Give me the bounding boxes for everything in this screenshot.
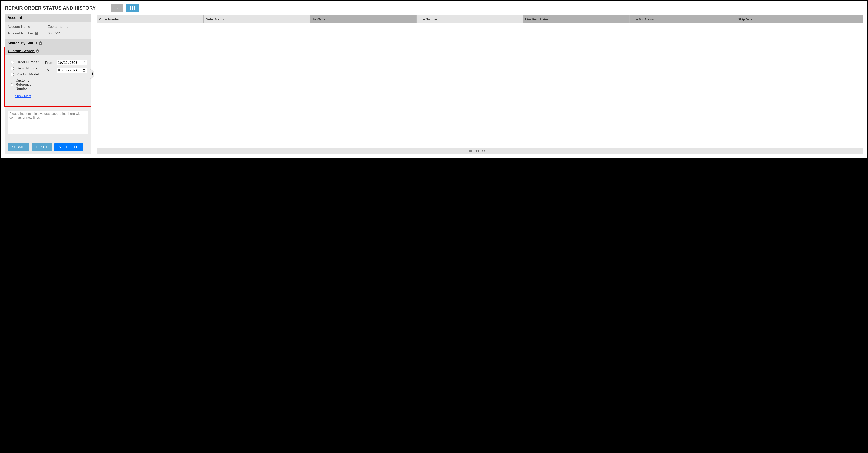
reset-button[interactable]: RESET xyxy=(32,143,52,151)
need-help-button[interactable]: NEED HELP xyxy=(54,143,83,151)
account-number-label: Account Number i xyxy=(7,31,48,35)
radio-column: Order Number Serial Number Product Model xyxy=(10,60,42,98)
multi-values-input[interactable] xyxy=(7,111,88,134)
info-icon[interactable]: i xyxy=(34,32,38,35)
radio-product-model-label: Product Model xyxy=(17,73,39,77)
col-ship-date[interactable]: Ship Date xyxy=(736,15,863,23)
sidebar: Account Account Name Zebra Internal Acco… xyxy=(5,14,91,154)
radio-product-model-input[interactable] xyxy=(10,73,14,76)
grid-body xyxy=(97,23,863,148)
account-number-label-text: Account Number xyxy=(7,31,33,35)
custom-search-label: Custom Search xyxy=(8,49,34,53)
col-order-status[interactable]: Order Status xyxy=(204,15,310,23)
account-name-row: Account Name Zebra Internal xyxy=(7,24,88,30)
col-line-item-status[interactable]: Line Item Status xyxy=(523,15,630,23)
account-name-value: Zebra Internal xyxy=(48,25,69,29)
account-name-label: Account Name xyxy=(7,25,48,29)
pager-first-icon[interactable]: ⏮ xyxy=(469,149,472,152)
show-more-link[interactable]: Show More xyxy=(15,94,42,98)
app-frame: REPAIR ORDER STATUS AND HISTORY Account … xyxy=(1,1,867,158)
radio-order-number-label: Order Number xyxy=(17,60,38,64)
grid-footer: ⏮ ◀◀ ▶▶ ⏭ xyxy=(97,148,863,154)
svg-rect-1 xyxy=(132,6,133,10)
col-order-number[interactable]: Order Number xyxy=(97,15,204,23)
download-icon xyxy=(115,6,119,10)
from-date-row: From xyxy=(45,60,87,65)
radio-customer-reference[interactable]: Customer Reference Number xyxy=(10,79,42,91)
from-date-input[interactable] xyxy=(57,60,87,65)
radio-serial-number-label: Serial Number xyxy=(17,66,38,70)
to-date-input[interactable] xyxy=(57,67,87,73)
info-icon[interactable]: i xyxy=(39,41,42,45)
search-by-status-heading[interactable]: Search By Status i xyxy=(5,39,91,47)
search-by-status-label: Search By Status xyxy=(7,41,37,45)
radio-serial-number-input[interactable] xyxy=(10,67,14,70)
svg-rect-2 xyxy=(133,6,135,10)
radio-order-number[interactable]: Order Number xyxy=(10,60,42,64)
toolbar xyxy=(111,4,139,12)
columns-icon xyxy=(130,6,135,10)
pager-prev-icon[interactable]: ◀◀ xyxy=(475,149,479,152)
col-job-type[interactable]: Job Type xyxy=(310,15,416,23)
account-heading: Account xyxy=(5,14,91,22)
account-body: Account Name Zebra Internal Account Numb… xyxy=(5,22,91,39)
radio-order-number-input[interactable] xyxy=(10,61,14,64)
col-line-substatus[interactable]: Line SubStatus xyxy=(630,15,736,23)
main: Account Account Name Zebra Internal Acco… xyxy=(1,14,867,158)
action-buttons: SUBMIT RESET NEED HELP xyxy=(5,135,91,154)
account-number-value: 6088923 xyxy=(48,31,61,35)
custom-search-section: Custom Search i Order Number Serial Numb… xyxy=(4,47,91,107)
to-label: To xyxy=(45,68,54,72)
col-line-number[interactable]: Line Number xyxy=(416,15,523,23)
radio-serial-number[interactable]: Serial Number xyxy=(10,66,42,70)
collapse-sidebar-handle[interactable] xyxy=(90,69,94,79)
pager-last-icon[interactable]: ⏭ xyxy=(489,149,491,152)
grid-area: Order Number Order Status Job Type Line … xyxy=(97,14,863,154)
date-column: From To xyxy=(45,60,87,98)
pager-next-icon[interactable]: ▶▶ xyxy=(482,149,486,152)
multi-input-wrap xyxy=(5,107,91,135)
to-date-row: To xyxy=(45,67,87,73)
info-icon[interactable]: i xyxy=(36,49,39,53)
page-title: REPAIR ORDER STATUS AND HISTORY xyxy=(5,5,96,11)
radio-product-model[interactable]: Product Model xyxy=(10,73,42,77)
radio-customer-reference-input[interactable] xyxy=(10,83,13,86)
account-number-row: Account Number i 6088923 xyxy=(7,30,88,37)
custom-search-body: Order Number Serial Number Product Model xyxy=(5,55,91,106)
grid-header: Order Number Order Status Job Type Line … xyxy=(97,15,863,23)
svg-rect-0 xyxy=(130,6,131,10)
radio-customer-reference-label: Customer Reference Number xyxy=(16,79,42,91)
custom-search-heading[interactable]: Custom Search i xyxy=(5,47,91,55)
columns-button[interactable] xyxy=(126,4,139,12)
download-button[interactable] xyxy=(111,4,123,12)
header: REPAIR ORDER STATUS AND HISTORY xyxy=(1,1,867,14)
from-label: From xyxy=(45,61,54,65)
chevron-left-icon xyxy=(91,72,93,76)
submit-button[interactable]: SUBMIT xyxy=(7,143,29,151)
